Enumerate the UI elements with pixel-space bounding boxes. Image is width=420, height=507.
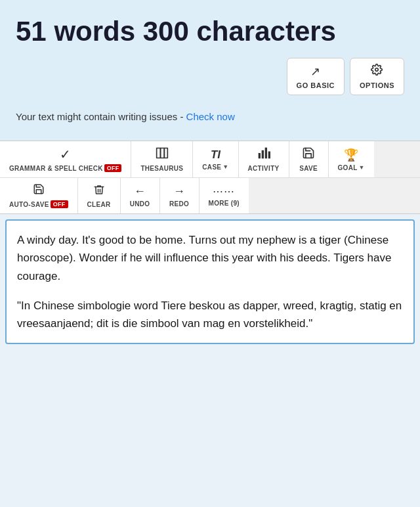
svg-rect-6	[264, 148, 266, 159]
auto-save-icon	[33, 183, 45, 198]
top-toolbar: ↗ GO BASIC OPTIONS	[16, 58, 404, 95]
top-section: 51 words 300 characters ↗ GO BASIC OPTIO…	[0, 0, 420, 141]
clear-icon	[93, 184, 105, 199]
content-area[interactable]: A windy day. It's good to be home. Turns…	[5, 219, 415, 344]
svg-rect-2	[160, 148, 164, 158]
options-label: OPTIONS	[360, 81, 394, 89]
activity-button[interactable]: ACTIVITY	[239, 141, 289, 177]
go-basic-button[interactable]: ↗ GO BASIC	[287, 58, 345, 95]
svg-rect-7	[268, 152, 270, 159]
svg-rect-5	[261, 150, 263, 159]
word-count-title: 51 words 300 characters	[16, 16, 404, 47]
undo-button[interactable]: ← UNDO	[121, 178, 160, 213]
redo-button[interactable]: → REDO	[160, 178, 200, 213]
thesaurus-button[interactable]: THESAURUS	[131, 141, 193, 177]
auto-save-button[interactable]: AUTO-SAVE OFF	[0, 178, 78, 213]
save-icon	[302, 146, 315, 163]
writing-issues-bar: Your text might contain writing issues -…	[16, 106, 404, 130]
activity-label: ACTIVITY	[248, 165, 280, 172]
undo-icon: ←	[134, 185, 146, 198]
more-button[interactable]: ⋯⋯ MORE (9)	[200, 178, 249, 213]
save-button[interactable]: SAVE	[289, 141, 329, 177]
goal-label: GOAL ▼	[338, 164, 365, 171]
more-icon: ⋯⋯	[213, 185, 235, 198]
goal-dropdown-arrow: ▼	[359, 164, 365, 171]
auto-save-label: AUTO-SAVE OFF	[9, 200, 68, 208]
more-label: MORE (9)	[209, 200, 240, 207]
toolbar-section: ✓ GRAMMAR & SPELL CHECK OFF THESAURUS TI…	[0, 141, 420, 214]
clear-label: CLEAR	[87, 201, 111, 208]
svg-rect-3	[164, 148, 167, 158]
activity-icon	[257, 146, 270, 163]
toolbar-row-2: AUTO-SAVE OFF CLEAR ← UNDO → REDO	[0, 178, 420, 213]
options-icon	[371, 64, 383, 79]
goal-icon: 🏆	[344, 148, 358, 162]
goal-button[interactable]: 🏆 GOAL ▼	[329, 141, 374, 177]
svg-rect-4	[258, 153, 260, 158]
go-basic-icon: ↗	[310, 64, 320, 79]
case-dropdown-arrow: ▼	[222, 164, 228, 170]
case-icon: TI	[211, 148, 220, 162]
checkmark-icon: ✓	[60, 146, 71, 162]
go-basic-label: GO BASIC	[297, 81, 335, 89]
thesaurus-icon	[156, 146, 169, 163]
grammar-spell-button[interactable]: ✓ GRAMMAR & SPELL CHECK OFF	[0, 141, 131, 177]
content-text: A windy day. It's good to be home. Turns…	[17, 231, 403, 332]
auto-save-off-badge: OFF	[51, 200, 68, 208]
undo-label: UNDO	[130, 200, 150, 208]
paragraph-2: "In Chinese simbologie word Tiere beskou…	[17, 297, 403, 332]
check-now-link[interactable]: Check now	[186, 111, 235, 122]
clear-button[interactable]: CLEAR	[78, 178, 121, 213]
thesaurus-label: THESAURUS	[140, 165, 183, 172]
grammar-off-badge: OFF	[104, 164, 122, 172]
redo-icon: →	[173, 185, 185, 198]
svg-point-0	[375, 68, 379, 72]
case-button[interactable]: TI CASE ▼	[193, 141, 238, 177]
case-label: CASE ▼	[202, 164, 228, 171]
redo-label: REDO	[169, 200, 189, 208]
svg-rect-1	[157, 148, 161, 158]
toolbar-row-1: ✓ GRAMMAR & SPELL CHECK OFF THESAURUS TI…	[0, 141, 420, 178]
save-label: SAVE	[299, 165, 318, 172]
paragraph-1: A windy day. It's good to be home. Turns…	[17, 231, 403, 285]
grammar-spell-label: GRAMMAR & SPELL CHECK OFF	[9, 164, 121, 172]
options-button[interactable]: OPTIONS	[350, 58, 404, 95]
writing-issues-text: Your text might contain writing issues -	[16, 111, 186, 122]
